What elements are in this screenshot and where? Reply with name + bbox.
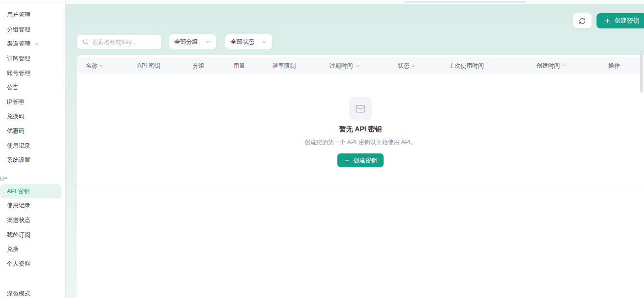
empty-create-label: 创建密钥 bbox=[354, 156, 377, 165]
sidebar-item-label: 使用记录 bbox=[7, 201, 30, 210]
sidebar-item-label: 个人资料 bbox=[7, 260, 30, 268]
sidebar-item-label: 使用记录 bbox=[7, 142, 30, 150]
table-column-label: 操作 bbox=[608, 62, 620, 70]
sidebar-item-label: API 密钥 bbox=[7, 187, 30, 196]
empty-state-create-button[interactable]: 创建密钥 bbox=[337, 153, 384, 167]
empty-state-subtitle: 创建您的第一个 API 密钥以开始使用 API。 bbox=[77, 138, 644, 147]
chevron-down-icon bbox=[34, 42, 39, 47]
sidebar-section-label: 账户 bbox=[0, 174, 65, 184]
table-column-header: 操作 bbox=[594, 62, 634, 70]
table-column-header: 速率限制 bbox=[262, 62, 306, 70]
table-column-header: 分组 bbox=[182, 62, 216, 70]
table-column-label: 过期时间 bbox=[330, 62, 353, 70]
empty-state-tile bbox=[349, 97, 372, 121]
sort-chevron-icon bbox=[486, 64, 490, 68]
sidebar-item[interactable]: 分组管理 bbox=[0, 23, 65, 37]
sort-chevron-icon bbox=[99, 64, 104, 68]
sidebar-nav: 用户管理 分组管理 渠道管理 订阅管理 账号管理 公告 IP管理 兑换码 优惠码… bbox=[0, 0, 65, 271]
table-column-label: 分组 bbox=[193, 62, 205, 70]
sidebar-item[interactable]: 兑换 bbox=[0, 242, 65, 257]
status-filter-dropdown[interactable]: 全部状态 bbox=[225, 34, 272, 50]
inbox-mail-icon bbox=[355, 103, 366, 114]
table-column-label: 上次使用时间 bbox=[449, 62, 484, 70]
table-column-header[interactable]: 创建时间 bbox=[508, 62, 594, 70]
sidebar-item-label: 兑换码 bbox=[7, 112, 24, 121]
sidebar-top-divider bbox=[0, 0, 65, 2]
sidebar-item-label: 系统设置 bbox=[7, 156, 30, 164]
sidebar-item[interactable]: 用户管理 bbox=[0, 8, 65, 23]
sidebar-item-label: 优惠码 bbox=[7, 127, 24, 135]
sidebar-item[interactable]: 优惠码 bbox=[0, 124, 65, 139]
refresh-button[interactable] bbox=[573, 13, 592, 28]
refresh-icon bbox=[579, 18, 586, 25]
search-icon bbox=[82, 39, 89, 45]
table-column-label: 创建时间 bbox=[536, 62, 560, 70]
search-input[interactable] bbox=[92, 39, 156, 46]
sidebar-item[interactable]: 我的订阅 bbox=[0, 227, 65, 242]
sidebar-item-label: 分组管理 bbox=[7, 25, 30, 34]
sort-chevron-icon bbox=[355, 64, 359, 68]
chevron-down-icon bbox=[205, 39, 211, 45]
toolbar: 创建密钥 bbox=[573, 13, 644, 28]
table-column-label: 名称 bbox=[86, 62, 97, 70]
sidebar-item[interactable]: 账号管理 bbox=[0, 66, 65, 80]
table-column-label: API 密钥 bbox=[138, 62, 161, 70]
table-header: 名称 API 密钥 分组 用量 速率限制 过期时间 状态 上次使用时间 bbox=[77, 57, 643, 74]
plus-icon bbox=[344, 157, 350, 163]
vertical-scrollbar-thumb[interactable] bbox=[640, 50, 643, 93]
sidebar-item-label: 我的订阅 bbox=[7, 231, 30, 239]
table-column-label: 速率限制 bbox=[272, 62, 296, 70]
table-column-label: 用量 bbox=[233, 62, 245, 70]
plus-icon bbox=[604, 18, 611, 24]
section-divider bbox=[77, 188, 644, 188]
main-content: 创建密钥 全部分组 全部状态 名称 API 密钥 分组 用量 bbox=[66, 0, 644, 298]
table-column-header[interactable]: 过期时间 bbox=[306, 62, 383, 70]
sidebar-item[interactable]: 订阅管理 bbox=[0, 51, 65, 66]
api-keys-card: 名称 API 密钥 分组 用量 速率限制 过期时间 状态 上次使用时间 bbox=[77, 55, 644, 298]
sidebar-item[interactable]: 使用记录 bbox=[0, 199, 65, 213]
sidebar-item[interactable]: 系统设置 bbox=[0, 153, 65, 168]
dark-mode-toggle[interactable]: 深色模式 bbox=[7, 290, 30, 298]
sort-chevron-icon bbox=[562, 64, 566, 68]
horizontal-scrollbar[interactable] bbox=[404, 1, 526, 3]
sidebar-item-label: 渠道管理 bbox=[7, 40, 30, 48]
sidebar: 用户管理 分组管理 渠道管理 订阅管理 账号管理 公告 IP管理 兑换码 优惠码… bbox=[0, 0, 66, 298]
sidebar-item-label: 渠道状态 bbox=[7, 216, 30, 224]
table-column-header: API 密钥 bbox=[138, 62, 182, 70]
sidebar-item[interactable]: 个人资料 bbox=[0, 257, 65, 272]
status-filter-value: 全部状态 bbox=[231, 38, 254, 46]
empty-state-title: 暂无 API 密钥 bbox=[77, 125, 644, 134]
group-filter-dropdown[interactable]: 全部分组 bbox=[169, 34, 216, 50]
sidebar-item[interactable]: API 密钥 bbox=[0, 184, 62, 199]
sidebar-item[interactable]: 公告 bbox=[0, 80, 65, 95]
table-column-header[interactable]: 上次使用时间 bbox=[430, 62, 509, 70]
sidebar-item-label: 兑换 bbox=[7, 245, 19, 253]
sidebar-item-label: 订阅管理 bbox=[7, 54, 30, 63]
table-column-header[interactable]: 名称 bbox=[86, 62, 138, 70]
create-key-button[interactable]: 创建密钥 bbox=[596, 13, 644, 28]
sidebar-item[interactable]: 使用记录 bbox=[0, 138, 65, 153]
sidebar-item[interactable]: IP管理 bbox=[0, 95, 65, 110]
sort-chevron-icon bbox=[411, 64, 416, 68]
sidebar-item[interactable]: 渠道状态 bbox=[0, 213, 65, 228]
table-column-label: 状态 bbox=[398, 62, 409, 70]
group-filter-value: 全部分组 bbox=[174, 38, 198, 46]
top-strip bbox=[66, 0, 644, 4]
table-column-header: 用量 bbox=[216, 62, 263, 70]
sidebar-item-label: 公告 bbox=[7, 83, 19, 92]
sidebar-item-label: 账号管理 bbox=[7, 69, 30, 77]
sidebar-item[interactable]: 兑换码 bbox=[0, 109, 65, 124]
sidebar-item-label: IP管理 bbox=[7, 98, 24, 106]
chevron-down-icon bbox=[262, 39, 267, 45]
table-column-header[interactable]: 状态 bbox=[383, 62, 430, 70]
create-key-label: 创建密钥 bbox=[615, 17, 639, 25]
sidebar-item-label: 用户管理 bbox=[7, 11, 30, 19]
search-box bbox=[77, 34, 162, 50]
sidebar-item[interactable]: 渠道管理 bbox=[0, 37, 65, 51]
